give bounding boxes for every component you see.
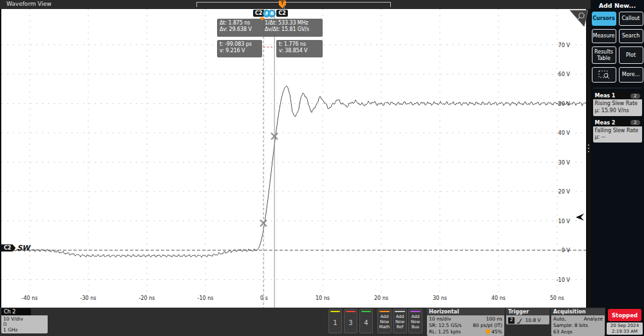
search-button[interactable]: Search: [619, 29, 643, 43]
acquisition-sample: Sample: 8 bits: [553, 322, 603, 329]
y-axis-label: 0 V: [562, 248, 571, 253]
date-text: 20 Sep 2024: [607, 323, 643, 329]
x-axis-label: -40 ns: [22, 295, 38, 301]
measure-button[interactable]: Measure: [592, 29, 616, 43]
more--button[interactable]: More...: [619, 67, 643, 83]
y-axis-label: 10 V: [558, 219, 571, 224]
y-axis-label: 70 V: [558, 43, 571, 48]
acquisition-analyze: Analyze: [583, 316, 603, 322]
channel-2-badge[interactable]: Ch 2: [1, 308, 31, 315]
meas-count-badge: 2: [630, 94, 639, 99]
datetime-display: 20 Sep 2024 2:19:33 AM: [607, 322, 643, 335]
trigger-level: 10.8 V: [525, 317, 540, 324]
sidebar-buttons: CursorsCalloutMeasureSearchResults Table…: [591, 12, 644, 83]
channel-badge[interactable]: C2: [1, 244, 15, 252]
delta-t-value: Δt: 1.875 ns: [220, 20, 265, 26]
add-new-buttons: Add New MathAdd New RefAdd New Bus: [377, 309, 422, 333]
x-axis-label: -10 ns: [198, 295, 214, 301]
trigger-header: Trigger: [506, 308, 549, 315]
trigger-source-badge: 2: [508, 317, 515, 323]
time-text: 2:19:33 AM: [607, 329, 643, 335]
y-axis-label: 20 V: [558, 189, 571, 195]
results-table-button[interactable]: Results Table: [592, 46, 616, 64]
cursors-button[interactable]: Cursors: [592, 12, 616, 26]
x-axis-label: 0 s: [260, 295, 268, 301]
horizontal-row: 10 ns/div100 ns: [429, 316, 502, 322]
zoom-corner-button[interactable]: [569, 10, 589, 27]
cursor-b-badge[interactable]: B: [268, 10, 276, 17]
sidebar-divider: [593, 88, 641, 88]
delta-v-value: Δv: 29.638 V: [220, 26, 265, 33]
zoom-box-icon: [598, 70, 610, 79]
add-new-header: Add New...: [591, 0, 644, 12]
meas-mean: μ: 15.90 V/ns: [595, 108, 640, 115]
bottom-toolbar: Ch 2 10 V/div Ω 1 GHz 134 Add New MathAd…: [0, 308, 605, 336]
acquisition-header: Acquisition: [551, 308, 605, 315]
channel-2-block[interactable]: Ch 2 10 V/div Ω 1 GHz: [1, 308, 48, 333]
record-view-bar: Waveform View T: [0, 0, 591, 9]
inv-delta-t-value: 1/Δt: 533.33 MHz: [265, 20, 308, 26]
measurement-cards: Meas 12Rising Slew Rateμ: 15.90 V/nsMeas…: [591, 92, 644, 143]
horizontal-row: SR: 12.5 GS/s80 ps/pt (IT): [429, 322, 502, 329]
meas-name: Falling Slew Rate: [595, 128, 640, 135]
meas-name: Rising Slew Rate: [595, 101, 640, 108]
acquisition-window-bracket[interactable]: [196, 2, 391, 7]
cursor-a-readout[interactable]: t: -99.083 ps v: 9.216 V: [217, 40, 262, 57]
cursor-b-readout[interactable]: t: 1.776 ns v: 38.854 V: [276, 40, 323, 57]
coupling-icon: Ω: [3, 322, 46, 327]
channel-2-bandwidth: 1 GHz: [3, 327, 46, 333]
channel-2-settings[interactable]: 10 V/div Ω 1 GHz: [1, 315, 48, 333]
channel-3-button[interactable]: 3: [344, 309, 357, 333]
channel-signal-label[interactable]: C2 SW: [1, 244, 30, 252]
cursor-a-caret-icon: [260, 17, 265, 21]
cursor-b-source-badge[interactable]: C2: [276, 10, 287, 17]
delta-v-per-t-value: Δv/Δt: 15.81 GV/s: [265, 26, 309, 33]
plot-button[interactable]: Plot: [619, 46, 643, 64]
add-new-math-button[interactable]: Add New Math: [377, 309, 392, 333]
horizontal-body: 10 ns/div100 nsSR: 12.5 GS/s80 ps/pt (IT…: [427, 315, 504, 336]
add-new-ref-button[interactable]: Add New Ref: [393, 309, 407, 333]
cursor-flags[interactable]: C2 A B C2: [253, 9, 288, 17]
acquisition-count: 63 Acqs: [553, 329, 603, 335]
y-axis-label: 60 V: [558, 72, 571, 77]
horizontal-settings-box[interactable]: Horizontal 10 ns/div100 nsSR: 12.5 GS/s8…: [427, 308, 504, 336]
channel-1-button[interactable]: 1: [328, 309, 342, 333]
horizontal-row: RL: 1.25 kpts45%: [429, 329, 502, 335]
y-axis-label: 40 V: [558, 130, 571, 136]
right-edge-strip: [586, 9, 591, 308]
y-axis-label: 50 V: [558, 101, 571, 107]
y-axis-label: -10 V: [556, 277, 571, 283]
add-new-bus-button[interactable]: Add New Bus: [408, 309, 422, 333]
channel-2-waveform: [1, 86, 586, 257]
panel-drag-grip[interactable]: [587, 144, 589, 157]
cursor-a-voltage: v: 9.216 V: [220, 48, 260, 54]
x-axis-label: 10 ns: [316, 295, 330, 301]
acquisition-settings-box[interactable]: Acquisition Auto, Analyze Sample: 8 bits…: [551, 308, 605, 336]
cursor-a-time: t: -99.083 ps: [220, 41, 260, 48]
meas-count-badge: 2: [630, 120, 639, 125]
cursor-b-voltage: v: 38.854 V: [279, 48, 320, 54]
x-axis-label: 50 ns: [550, 295, 564, 301]
meas-2-card[interactable]: Meas 22Falling Slew Rateμ: --: [593, 119, 642, 143]
x-axis-label: -20 ns: [139, 295, 155, 301]
mouse-pointer-icon: [575, 212, 585, 222]
run-stop-button[interactable]: Stopped: [608, 309, 641, 321]
callout-button[interactable]: Callout: [619, 12, 643, 26]
meas-title: Meas 2: [595, 120, 616, 126]
trigger-position-icon[interactable]: T: [279, 1, 286, 8]
acquisition-mode: Auto,: [553, 316, 566, 322]
meas-1-card[interactable]: Meas 12Rising Slew Rateμ: 15.90 V/ns: [593, 92, 642, 116]
channel-4-button[interactable]: 4: [359, 309, 373, 333]
zoom-box-button[interactable]: [592, 67, 616, 83]
waveform-view-title: Waveform View: [6, 1, 52, 7]
oscilloscope-app: Waveform View T 70 V60 V50 V40 V30 V20 V…: [0, 0, 644, 336]
trigger-settings-box[interactable]: Trigger 2 10.8 V: [506, 308, 549, 324]
cursor-b-time: t: 1.776 ns: [279, 41, 320, 48]
rising-edge-icon: [516, 317, 523, 324]
bottom-right-corner: Stopped 20 Sep 2024 2:19:33 AM: [605, 308, 644, 336]
meas-title: Meas 1: [595, 93, 616, 99]
cursor-delta-readout[interactable]: Δt: 1.875 ns 1/Δt: 533.33 MHz Δv: 29.638…: [217, 19, 323, 37]
x-axis-label: 40 ns: [491, 295, 506, 301]
meas-mean: μ: --: [595, 134, 640, 141]
x-axis-label: 20 ns: [374, 295, 388, 301]
